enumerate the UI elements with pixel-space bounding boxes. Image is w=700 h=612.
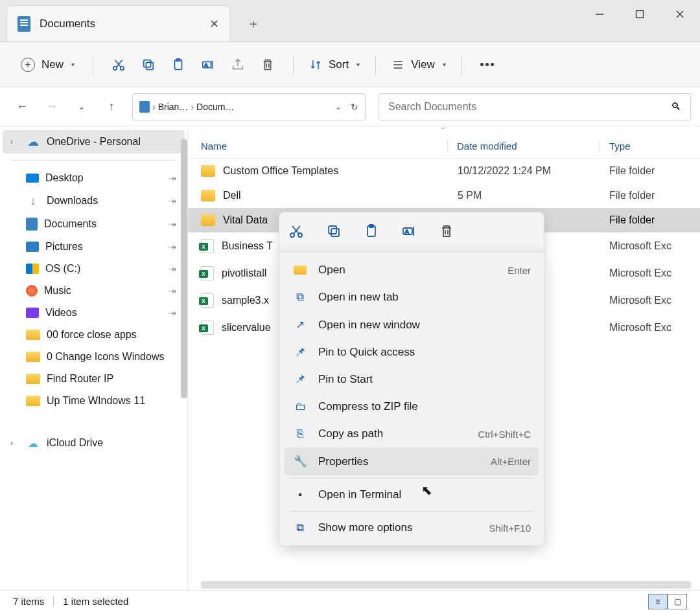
close-tab-icon[interactable]: ✕ (209, 17, 219, 31)
column-name[interactable]: Name (201, 141, 447, 152)
context-menu-wrap: A OpenEnter ⧉Open in new tab ↗Open in ne… (279, 212, 544, 546)
ctx-open[interactable]: OpenEnter (285, 256, 539, 284)
zip-icon: 🗀 (292, 400, 308, 413)
sidebar-label: Up Time WIndows 11 (47, 395, 145, 407)
more-button[interactable] (480, 63, 494, 66)
column-date[interactable]: Date modified (457, 141, 600, 152)
rename-button[interactable]: A (194, 51, 222, 78)
ctx-pin-quick-access[interactable]: 📌︎Pin to Quick access (285, 339, 539, 366)
column-headers: Name Date modified Type (188, 134, 700, 159)
sidebar-scrollbar[interactable] (181, 139, 187, 398)
sidebar-item-downloads[interactable]: ↓Downloads📌︎ (3, 189, 185, 212)
sidebar-label: OneDrive - Personal (47, 136, 141, 148)
terminal-icon: ▪ (292, 488, 308, 501)
sidebar-item-folder[interactable]: Up Time WIndows 11 (3, 390, 185, 412)
view-icon (391, 58, 404, 71)
rename-button[interactable]: A (401, 223, 417, 241)
sidebar-item-folder[interactable]: Find Router IP (3, 368, 185, 390)
copy-button[interactable] (326, 223, 342, 241)
music-icon (26, 285, 38, 297)
sidebar-label: Pictures (45, 241, 83, 253)
sidebar-item-folder[interactable]: 0 Change Icons Windows (3, 346, 185, 368)
sort-label: Sort (329, 58, 349, 71)
minimize-button[interactable] (579, 0, 620, 28)
forward-button[interactable]: → (39, 94, 65, 120)
expand-icon[interactable]: › (10, 137, 19, 146)
search-input[interactable] (388, 101, 671, 113)
sidebar-item-icloud[interactable]: ›☁iCloud Drive (3, 431, 185, 455)
pin-icon: 📌︎ (165, 240, 179, 253)
pin-icon: 📌︎ (165, 306, 179, 319)
sidebar-label: 00 force close apps (47, 329, 137, 341)
cut-button[interactable] (105, 51, 132, 78)
chevron-down-icon: ▾ (356, 61, 360, 68)
sort-button[interactable]: Sort ▾ (305, 58, 364, 71)
sidebar-item-documents[interactable]: Documents📌︎ (3, 212, 185, 236)
context-menu: OpenEnter ⧉Open in new tab ↗Open in new … (279, 252, 544, 546)
documents-icon (139, 101, 150, 113)
share-button[interactable] (224, 51, 251, 78)
address-bar[interactable]: › Brian… › Docum… ⌄ ↻ (132, 93, 366, 120)
file-name: slicervalue (222, 322, 271, 334)
breadcrumb-part[interactable]: Brian… (158, 102, 189, 112)
ctx-copy-path[interactable]: ⎘Copy as pathCtrl+Shift+C (285, 420, 539, 448)
ctx-pin-start[interactable]: 📌︎Pin to Start (285, 366, 539, 393)
ctx-open-new-tab[interactable]: ⧉Open in new tab (285, 284, 539, 311)
sidebar-item-onedrive[interactable]: › ☁ OneDrive - Personal (3, 130, 185, 153)
paste-button[interactable] (165, 51, 192, 78)
view-button[interactable]: View ▾ (388, 58, 450, 71)
ctx-open-terminal[interactable]: ▪Open in Terminal (285, 481, 539, 508)
sidebar-item-desktop[interactable]: Desktop📌︎ (3, 167, 185, 189)
new-button[interactable]: + New ▾ (14, 54, 81, 76)
new-tab-button[interactable]: ＋ (240, 10, 266, 36)
ctx-compress-zip[interactable]: 🗀Compress to ZIP file (285, 393, 539, 420)
view-toggle: ≡ ▢ (648, 594, 687, 609)
file-name: pivotlistall (222, 267, 266, 279)
navigation-row: ← → ⌄ ↑ › Brian… › Docum… ⌄ ↻ 🔍︎ (0, 87, 700, 126)
title-bar: Documents ✕ ＋ (0, 0, 700, 42)
address-chevron[interactable]: ⌄ (335, 102, 342, 111)
search-icon[interactable]: 🔍︎ (671, 101, 681, 113)
pin-icon: 📌︎ (292, 346, 308, 359)
history-chevron[interactable]: ⌄ (69, 94, 95, 120)
sidebar-item-os-c[interactable]: OS (C:)📌︎ (3, 258, 185, 280)
properties-icon: 🔧 (292, 455, 308, 468)
file-type: Microsoft Exc (609, 322, 687, 334)
up-button[interactable]: ↑ (99, 94, 124, 120)
svg-line-6 (116, 60, 122, 67)
horizontal-scrollbar[interactable] (201, 581, 691, 589)
sidebar-label: OS (C:) (45, 263, 80, 275)
copy-button[interactable] (135, 51, 162, 78)
ctx-show-more[interactable]: ⧉Show more optionsShift+F10 (285, 514, 539, 541)
more-options-icon: ⧉ (292, 521, 308, 534)
file-row[interactable]: Custom Office Templates10/12/2022 1:24 P… (188, 159, 700, 183)
column-type[interactable]: Type (609, 141, 687, 152)
sidebar-item-pictures[interactable]: Pictures📌︎ (3, 236, 185, 258)
delete-button[interactable] (439, 223, 454, 241)
paste-button[interactable] (364, 223, 379, 241)
search-box[interactable]: 🔍︎ (379, 93, 691, 120)
new-label: New (41, 58, 64, 71)
refresh-button[interactable]: ↻ (351, 102, 358, 112)
svg-line-21 (292, 226, 299, 234)
expand-icon[interactable]: › (10, 438, 19, 448)
cut-button[interactable] (288, 223, 304, 241)
ctx-open-new-window[interactable]: ↗Open in new window (285, 311, 539, 339)
pictures-icon (26, 242, 39, 252)
sidebar-item-videos[interactable]: Videos📌︎ (3, 302, 185, 324)
close-button[interactable] (660, 0, 700, 28)
sidebar-label: Find Router IP (47, 373, 113, 385)
ctx-properties[interactable]: 🔧PropertiesAlt+Enter (285, 448, 539, 475)
back-button[interactable]: ← (9, 94, 35, 120)
breadcrumb-part[interactable]: Docum… (196, 102, 234, 112)
svg-rect-22 (331, 229, 339, 236)
tab-documents[interactable]: Documents ✕ (6, 5, 230, 41)
delete-button[interactable] (254, 51, 281, 78)
thumbnail-view-button[interactable]: ▢ (668, 594, 687, 609)
maximize-button[interactable] (620, 0, 660, 28)
sidebar-item-folder[interactable]: 00 force close apps (3, 324, 185, 346)
file-row[interactable]: Dell5 PMFile folder (188, 183, 700, 208)
column-sort-indicator[interactable]: ⌃ (188, 126, 700, 134)
details-view-button[interactable]: ≡ (648, 594, 668, 609)
sidebar-item-music[interactable]: Music📌︎ (3, 280, 185, 302)
